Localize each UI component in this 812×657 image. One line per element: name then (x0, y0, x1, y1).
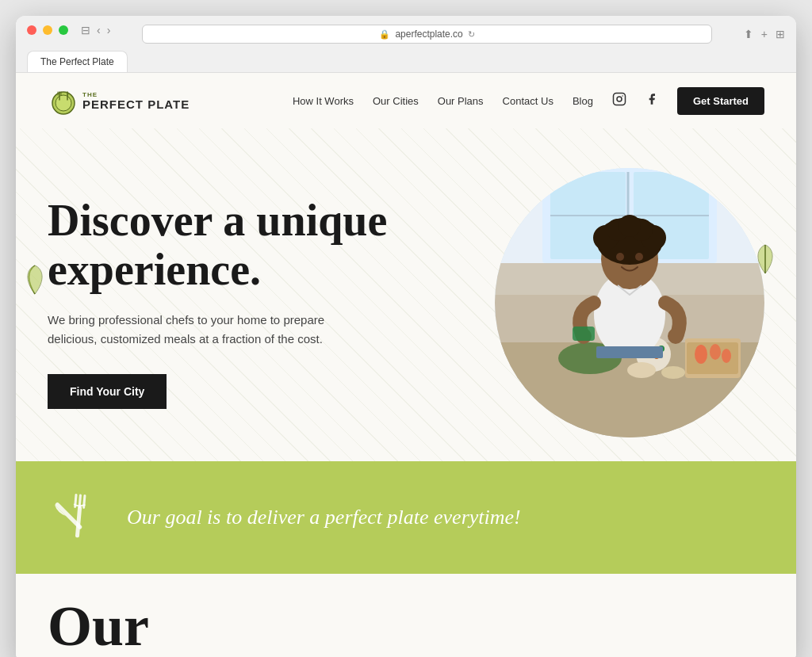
browser-controls: ⊟ ‹ › (27, 24, 110, 36)
nav-our-plans[interactable]: Our Plans (438, 95, 484, 107)
browser-right-icons: ⬆ + ⊞ (744, 28, 785, 40)
nav-how-it-works[interactable]: How It Works (293, 95, 354, 107)
svg-point-23 (661, 366, 685, 379)
svg-point-43 (635, 253, 643, 261)
hero-section: Discover a unique experience. We bring p… (16, 128, 796, 461)
our-section: Our (16, 574, 796, 657)
sidebar-toggle-icon[interactable]: ⊟ (81, 24, 90, 36)
maximize-dot[interactable] (59, 25, 68, 35)
forward-icon[interactable]: › (107, 24, 111, 36)
page-content: THE PERFECT PLATE How It Works Our Citie… (16, 73, 796, 657)
tab-bar: The Perfect Plate (27, 51, 785, 72)
address-bar[interactable]: 🔒 aperfectplate.co ↻ (142, 25, 711, 44)
minimize-dot[interactable] (43, 25, 52, 35)
hero-subtitle: We bring professional chefs to your home… (48, 311, 333, 349)
svg-point-42 (616, 253, 624, 261)
facebook-icon[interactable] (645, 93, 658, 109)
address-bar-container: 🔒 aperfectplate.co ↻ (142, 25, 711, 44)
svg-point-33 (668, 328, 684, 344)
find-city-button[interactable]: Find Your City (48, 374, 167, 409)
hero-left: Discover a unique experience. We bring p… (48, 197, 428, 408)
instagram-icon[interactable] (612, 92, 626, 109)
svg-rect-45 (573, 327, 595, 341)
browser-chrome: ⊟ ‹ › 🔒 aperfectplate.co ↻ ⬆ + ⊞ The Per… (16, 16, 796, 73)
grid-icon[interactable]: ⊞ (776, 28, 785, 40)
nav-blog[interactable]: Blog (573, 95, 593, 107)
svg-rect-50 (82, 495, 86, 509)
cutlery-icon (41, 483, 109, 552)
leaf-left-icon (24, 264, 46, 299)
navbar: THE PERFECT PLATE How It Works Our Citie… (16, 73, 796, 128)
our-title: Our (48, 598, 764, 655)
hero-title: Discover a unique experience. (48, 197, 428, 294)
active-tab[interactable]: The Perfect Plate (27, 51, 128, 72)
new-tab-icon[interactable]: + (761, 28, 768, 40)
security-icon: 🔒 (379, 29, 390, 40)
svg-point-29 (710, 344, 721, 360)
share-icon[interactable]: ⬆ (744, 28, 753, 40)
svg-point-22 (627, 362, 656, 378)
hero-image (495, 168, 764, 437)
browser-window: ⊟ ‹ › 🔒 aperfectplate.co ↻ ⬆ + ⊞ The Per… (16, 16, 796, 657)
nav-links: How It Works Our Cities Our Plans Contac… (293, 87, 764, 115)
refresh-icon[interactable]: ↻ (468, 29, 475, 40)
get-started-button[interactable]: Get Started (677, 87, 764, 115)
logo-text: THE PERFECT PLATE (82, 92, 190, 110)
logo-icon (48, 86, 78, 116)
svg-rect-6 (613, 94, 625, 105)
close-dot[interactable] (27, 25, 36, 35)
svg-point-7 (617, 97, 622, 101)
back-icon[interactable]: ‹ (97, 24, 101, 36)
svg-point-41 (619, 215, 641, 237)
nav-contact-us[interactable]: Contact Us (503, 95, 553, 107)
logo[interactable]: THE PERFECT PLATE (48, 86, 190, 116)
url-text: aperfectplate.co (395, 29, 462, 40)
svg-point-1 (56, 95, 71, 111)
leaf-right-icon (754, 243, 776, 278)
svg-point-8 (622, 95, 623, 97)
nav-our-cities[interactable]: Our Cities (373, 95, 419, 107)
green-banner: Our goal is to deliver a perfect plate e… (16, 461, 796, 574)
banner-text: Our goal is to deliver a perfect plate e… (127, 506, 521, 529)
svg-point-28 (695, 345, 707, 364)
svg-point-30 (722, 349, 731, 363)
hero-right (495, 168, 764, 437)
logo-name: PERFECT PLATE (82, 98, 190, 110)
svg-rect-44 (596, 346, 663, 358)
